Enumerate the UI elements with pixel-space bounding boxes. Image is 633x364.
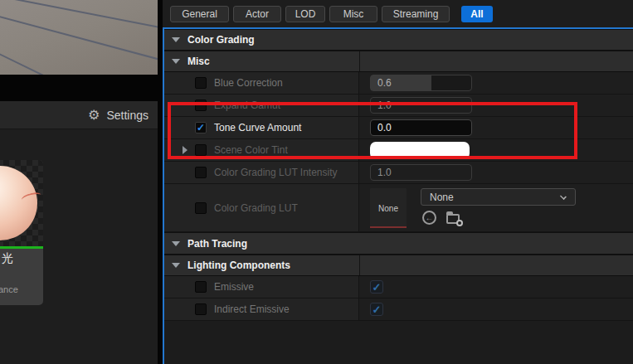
tab-actor[interactable]: Actor (233, 6, 281, 22)
name-cell: Blue Correction (164, 72, 359, 94)
column-splitter[interactable] (359, 255, 360, 275)
lut-icon-row: ← (422, 211, 576, 225)
name-cell: Emissive (164, 276, 359, 298)
section-header-path-tracing[interactable]: Path Tracing (164, 232, 633, 255)
section-header-lighting-components[interactable]: Lighting Components (164, 255, 633, 276)
name-cell: Indirect Emissive (164, 298, 359, 320)
asset-title: 光 (2, 251, 13, 266)
name-cell: Expand Gamut (164, 95, 359, 116)
override-checkbox[interactable] (195, 281, 207, 293)
magnifier-icon (456, 220, 463, 226)
value-cell: 0.0 (359, 117, 633, 138)
value-cell: 0.6 (359, 72, 633, 94)
value-cell: None None ← (359, 184, 633, 231)
value-cell: ✓ (359, 298, 633, 320)
material-sphere-preview (0, 166, 37, 240)
override-checkbox[interactable] (195, 202, 207, 214)
override-checkbox[interactable] (195, 77, 207, 89)
empty-panel-area (164, 321, 633, 364)
row-blue-correction: Blue Correction 0.6 (164, 72, 633, 95)
override-checkbox-checked[interactable]: ✓ (195, 122, 207, 133)
override-checkbox[interactable] (195, 99, 207, 111)
section-title: Misc (187, 56, 210, 67)
lut-dropdown-value: None (430, 192, 454, 203)
name-cell: Color Grading LUT Intensity (164, 162, 359, 183)
asset-type-color-bar (0, 246, 43, 249)
name-cell: Color Grading LUT (164, 184, 359, 231)
value-cell (359, 139, 633, 161)
lut-asset-thumbnail[interactable]: None (370, 188, 407, 228)
lut-thumbnail-underline (370, 226, 407, 228)
details-panel: General Actor LOD Misc Streaming All Col… (163, 0, 633, 364)
settings-button[interactable]: ⚙ Settings (0, 101, 158, 129)
row-color-grading-lut-intensity: Color Grading LUT Intensity 1.0 (164, 162, 633, 184)
chevron-down-icon (560, 193, 567, 200)
chevron-down-icon (172, 241, 180, 246)
expander-slot (183, 146, 195, 154)
section-title: Lighting Components (187, 260, 290, 271)
property-label: Indirect Emissive (214, 303, 290, 315)
property-label: Emissive (214, 281, 254, 293)
lut-intensity-field[interactable]: 1.0 (370, 164, 472, 181)
asset-type-label: ance (0, 284, 18, 294)
viewport-edge-line (0, 33, 108, 75)
row-scene-color-tint: Scene Color Tint (164, 139, 633, 162)
row-tone-curve-amount: ✓ Tone Curve Amount 0.0 (164, 117, 633, 139)
chevron-right-icon[interactable] (183, 146, 187, 154)
property-label: Scene Color Tint (214, 144, 288, 156)
row-emissive: Emissive ✓ (164, 276, 633, 298)
section-header-color-grading[interactable]: Color Grading (164, 29, 633, 51)
row-expand-gamut: Expand Gamut 1.0 (164, 95, 633, 117)
name-cell: Scene Color Tint (164, 139, 359, 161)
tab-all-active[interactable]: All (461, 6, 493, 22)
use-selected-asset-icon[interactable]: ← (422, 211, 436, 225)
tab-general[interactable]: General (170, 6, 229, 22)
property-label: Color Grading LUT Intensity (214, 167, 338, 178)
asset-thumbnail (0, 160, 43, 246)
section-header-misc[interactable]: Misc (164, 51, 633, 72)
level-viewport-fragment (0, 0, 158, 75)
viewport-edge-line (0, 0, 158, 34)
override-checkbox[interactable] (195, 144, 207, 156)
property-label: Expand Gamut (214, 99, 280, 111)
details-sections: Color Grading Misc Blue Correction 0.6 E… (163, 27, 633, 364)
override-checkbox[interactable] (195, 167, 207, 178)
value-cell: ✓ (359, 276, 633, 298)
row-color-grading-lut: Color Grading LUT None None ← (164, 184, 633, 232)
override-checkbox[interactable] (195, 303, 207, 315)
gear-icon: ⚙ (88, 107, 100, 123)
tone-curve-amount-field[interactable]: 0.0 (370, 119, 472, 136)
value-cell: 1.0 (359, 162, 633, 183)
lut-thumbnail-label: None (378, 204, 398, 213)
scene-color-tint-swatch[interactable] (370, 142, 470, 159)
viewport-edge-line (0, 12, 158, 66)
lut-controls: None ← (421, 188, 576, 225)
property-label: Tone Curve Amount (214, 122, 301, 133)
blue-correction-slider[interactable]: 0.6 (370, 75, 472, 91)
section-title: Path Tracing (187, 238, 247, 250)
details-filter-tab-bar: General Actor LOD Misc Streaming All (163, 0, 633, 27)
indirect-emissive-checkbox-checked[interactable]: ✓ (370, 303, 383, 316)
row-indirect-emissive: Indirect Emissive ✓ (164, 298, 633, 321)
property-label: Color Grading LUT (214, 202, 298, 214)
tab-streaming[interactable]: Streaming (382, 6, 450, 22)
value-cell: 1.0 (359, 95, 633, 116)
chevron-down-icon (172, 59, 180, 64)
emissive-checkbox-checked[interactable]: ✓ (370, 280, 383, 294)
lut-asset-dropdown[interactable]: None (421, 188, 576, 206)
chevron-down-icon (172, 37, 180, 42)
section-title: Color Grading (187, 34, 255, 46)
column-splitter[interactable] (359, 51, 360, 71)
tab-misc[interactable]: Misc (329, 6, 377, 22)
browse-to-asset-icon[interactable] (446, 211, 461, 225)
name-cell: ✓ Tone Curve Amount (164, 117, 359, 138)
asset-card[interactable]: 光 ance (0, 160, 43, 305)
chevron-down-icon (172, 263, 180, 268)
expand-gamut-field[interactable]: 1.0 (370, 97, 472, 114)
settings-label: Settings (106, 109, 149, 122)
property-label: Blue Correction (214, 77, 283, 89)
tab-lod[interactable]: LOD (285, 6, 325, 22)
